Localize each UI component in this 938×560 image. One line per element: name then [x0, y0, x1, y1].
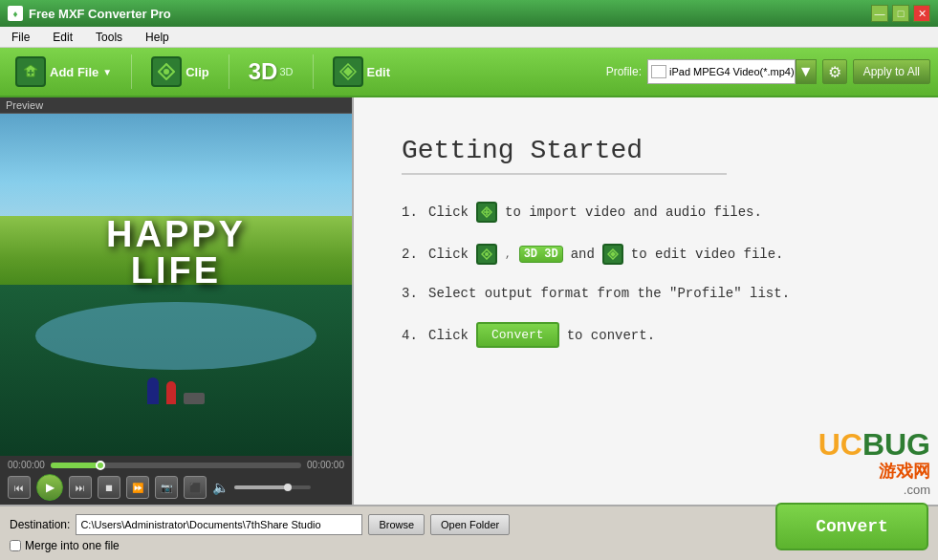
crop-button[interactable]: ⬛ [184, 476, 207, 499]
app-icon: ♦ [8, 6, 23, 21]
step2-text-after: to edit video file. [631, 247, 784, 262]
apply-all-button[interactable]: Apply to All [853, 59, 930, 84]
menu-edit[interactable]: Edit [49, 29, 76, 46]
step2-comma: , [505, 248, 512, 260]
time-bar-fill [51, 463, 100, 468]
next-button[interactable]: ⏭ [69, 476, 92, 499]
figure1 [147, 377, 159, 404]
play-button[interactable]: ▶ [36, 474, 63, 501]
snapshot-button[interactable]: 📷 [155, 476, 178, 499]
step2-3d-icon: 3D 3D [519, 246, 563, 263]
profile-dropdown-button[interactable]: ▼ [796, 59, 817, 84]
close-button[interactable]: ✕ [913, 5, 930, 22]
watermark-com: .com [904, 483, 930, 497]
step-forward-button[interactable]: ⏩ [126, 476, 149, 499]
profile-value: iPad MPEG4 Video(*.mp4) [669, 66, 795, 77]
step1-add-icon [476, 202, 497, 223]
figure2 [166, 381, 176, 404]
profile-select-container: iPad MPEG4 Video(*.mp4) [647, 59, 796, 84]
preview-image: HAPPY LIFE [0, 114, 352, 456]
add-file-button[interactable]: Add File ▼ [8, 53, 120, 91]
step3-num: 3. [402, 286, 421, 301]
browse-button[interactable]: Browse [368, 514, 425, 535]
water-bg [35, 302, 316, 371]
bicycle [184, 393, 205, 404]
gs-step-1: 1. Click to import video and audio files… [402, 202, 890, 223]
maximize-button[interactable]: □ [892, 5, 909, 22]
time-start: 00:00:00 [8, 460, 45, 470]
main-area: Preview HAPPY LIFE [0, 97, 938, 505]
gs-step-4: 4. Click Convert to convert. [402, 322, 890, 348]
preview-label: Preview [0, 97, 352, 114]
time-bar-thumb [96, 461, 105, 470]
edit-button[interactable]: Edit [325, 53, 399, 91]
profile-settings-button[interactable]: ⚙ [822, 59, 847, 84]
toolbar: Add File ▼ Clip 3D 3D Edit Profile: [0, 48, 938, 97]
stop-button[interactable]: ⏹ [98, 476, 120, 499]
destination-label: Destination: [10, 518, 70, 531]
step2-num: 2. [402, 247, 421, 262]
open-folder-button[interactable]: Open Folder [430, 514, 510, 535]
convert-big-button[interactable]: Convert [775, 503, 928, 550]
watermark-game: 游戏网 [879, 460, 930, 483]
watermark-uc: UC [818, 429, 862, 460]
prev-button[interactable]: ⏮ [8, 476, 31, 499]
merge-label: Merge into one file [25, 539, 120, 552]
profile-thumb [651, 65, 666, 78]
merge-checkbox[interactable] [10, 540, 21, 551]
volume-bar[interactable] [234, 485, 311, 489]
clip-button[interactable]: Clip [143, 53, 217, 91]
menu-help[interactable]: Help [142, 29, 173, 46]
3d-button[interactable]: 3D 3D [241, 54, 301, 89]
profile-label: Profile: [606, 65, 642, 78]
3d-main-label: 3D [249, 58, 278, 85]
titlebar: ♦ Free MXF Converter Pro — □ ✕ [0, 0, 938, 27]
volume-thumb [284, 484, 292, 491]
menu-tools[interactable]: Tools [92, 29, 126, 46]
edit-label: Edit [367, 65, 391, 79]
step4-num: 4. [402, 328, 421, 343]
gs-step-3: 3. Select output format from the "Profil… [402, 286, 890, 301]
volume-fill [234, 485, 288, 489]
toolbar-divider-3 [313, 54, 314, 89]
destination-input[interactable] [76, 514, 362, 535]
time-bar[interactable] [51, 463, 301, 468]
profile-area: Profile: iPad MPEG4 Video(*.mp4) ▼ ⚙ App… [606, 59, 930, 84]
svg-point-4 [164, 69, 169, 75]
edit-icon [333, 56, 363, 87]
gs-divider [402, 173, 727, 175]
add-file-dropdown-arrow[interactable]: ▼ [102, 67, 112, 77]
happy-life-text: HAPPY LIFE [17, 216, 334, 289]
step1-text-after: to import video and audio files. [505, 205, 762, 220]
toolbar-divider-1 [131, 54, 132, 89]
watermark-sub-row: 游戏网 [879, 460, 930, 483]
getting-started-panel: Getting Started 1. Click to import video… [354, 97, 938, 505]
figures [147, 377, 205, 404]
gs-step-2: 2. Click , 3D 3D and to edit [402, 244, 890, 265]
step2-clip-icon [476, 244, 497, 265]
preview-image-bg: HAPPY LIFE [0, 114, 352, 456]
preview-controls: 00:00:00 00:00:00 ⏮ ▶ ⏭ ⏹ ⏩ 📷 ⬛ 🔈 [0, 456, 352, 505]
add-file-icon [15, 56, 46, 87]
step3-text: Select output format from the "Profile" … [428, 286, 790, 301]
step4-convert-btn[interactable]: Convert [476, 322, 559, 348]
clip-label: Clip [185, 65, 209, 79]
svg-point-11 [485, 252, 489, 256]
window-controls: — □ ✕ [871, 5, 930, 22]
profile-select-wrap: iPad MPEG4 Video(*.mp4) ▼ [647, 59, 817, 84]
step4-text-before: Click [428, 328, 469, 343]
toolbar-divider-2 [229, 54, 229, 89]
step2-text-before: Click [428, 247, 469, 262]
step4-text-after: to convert. [567, 328, 655, 343]
menubar: File Edit Tools Help [0, 27, 938, 48]
preview-panel: Preview HAPPY LIFE [0, 97, 354, 505]
minimize-button[interactable]: — [871, 5, 888, 22]
time-bar-row: 00:00:00 00:00:00 [8, 460, 344, 470]
menu-file[interactable]: File [8, 29, 33, 46]
watermark: UC BUG 游戏网 .com [818, 429, 930, 497]
step2-edit-icon [602, 244, 623, 265]
time-end: 00:00:00 [307, 460, 344, 470]
getting-started-title: Getting Started [402, 136, 890, 165]
mute-button[interactable]: 🔈 [212, 480, 229, 495]
life-text: LIFE [17, 252, 334, 289]
